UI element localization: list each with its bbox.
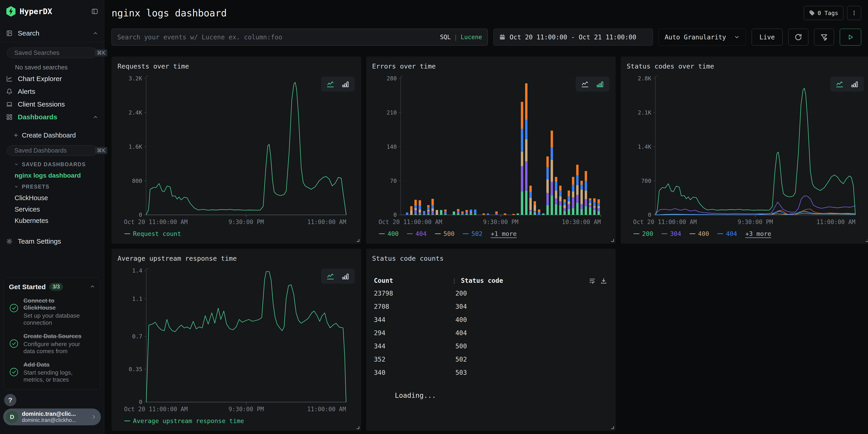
- bar-chart-toggle-icon[interactable]: [595, 80, 605, 88]
- cell-count: 23798: [374, 290, 456, 297]
- sidebar-item-client-sessions[interactable]: Client Sessions: [0, 98, 104, 111]
- svg-text:Oct 20 11:00:00 AM: Oct 20 11:00:00 AM: [633, 219, 697, 225]
- lucene-mode-button[interactable]: Lucene: [461, 34, 482, 40]
- panel-title: Requests over time: [118, 62, 356, 70]
- table-header: Count ⋮ Status code: [372, 277, 611, 284]
- cell-status-code: 503: [456, 369, 467, 376]
- legend-item[interactable]: 400: [379, 230, 399, 237]
- table-row: 352502: [372, 353, 611, 366]
- help-button[interactable]: ?: [4, 394, 17, 406]
- tag-icon: [809, 10, 815, 16]
- chart-legend: 400404500502+1 more: [372, 229, 611, 240]
- filter-button[interactable]: [814, 29, 834, 45]
- sidebar-item-clickhouse[interactable]: ClickHouse: [0, 192, 104, 204]
- user-menu[interactable]: D dominic.tran@clic... dominic.tran@clic…: [3, 408, 101, 425]
- panel-avg-upstream-response-time: Average upstream response time 1.41.10.7…: [112, 249, 361, 431]
- panel-title: Errors over time: [372, 62, 611, 70]
- get-started-step-sources[interactable]: Create Data Sources Configure where your…: [9, 333, 95, 355]
- get-started-progress-badge: 3/3: [50, 283, 63, 291]
- chart-type-toggle: [576, 76, 609, 92]
- saved-dashboards-search[interactable]: ⌘K: [7, 145, 97, 156]
- check-circle-icon: [9, 303, 19, 313]
- legend-item[interactable]: 404: [407, 230, 427, 237]
- svg-text:1.4: 1.4: [132, 267, 142, 274]
- legend-item[interactable]: 500: [435, 230, 455, 237]
- live-button[interactable]: Live: [752, 29, 783, 45]
- legend-item[interactable]: 400: [689, 230, 709, 237]
- bar-chart-toggle-icon[interactable]: [340, 80, 351, 88]
- sidebar-item-alerts[interactable]: Alerts: [0, 85, 104, 98]
- svg-text:3.2K: 3.2K: [129, 75, 142, 82]
- requests-over-time-chart[interactable]: 3.2K2.4K1.6K8000Oct 20 11:00:00 AM9:30:0…: [118, 71, 356, 229]
- saved-dashboards-section-header[interactable]: SAVED DASHBOARDS: [0, 159, 104, 170]
- legend-item[interactable]: 502: [463, 230, 483, 237]
- panel-errors-over-time: Errors over time 280210140700Oct 20 11:0…: [366, 57, 616, 244]
- tags-button[interactable]: 0 Tags: [804, 6, 843, 20]
- bar-chart-toggle-icon[interactable]: [849, 80, 860, 88]
- event-search-input[interactable]: [117, 33, 440, 41]
- panel-resize-handle[interactable]: [611, 426, 614, 429]
- sidebar-item-label: Alerts: [18, 88, 98, 95]
- collapse-sidebar-button[interactable]: [91, 8, 98, 15]
- play-icon: [847, 34, 854, 40]
- legend-item[interactable]: 200: [633, 230, 653, 237]
- panel-resize-handle[interactable]: [356, 426, 359, 429]
- presets-section-header[interactable]: PRESETS: [0, 181, 104, 192]
- panel-title: Status code counts: [372, 255, 611, 262]
- saved-searches-input[interactable]: [14, 50, 95, 57]
- sidebar-item-chart-explorer[interactable]: Chart Explorer: [0, 72, 104, 85]
- saved-dashboards-input[interactable]: [14, 147, 95, 154]
- time-range-picker[interactable]: Oct 20 11:00:00 - Oct 21 11:00:00: [493, 29, 653, 45]
- sidebar-item-services[interactable]: Services: [0, 204, 104, 215]
- sidebar-item-dashboards[interactable]: Dashboards: [0, 111, 104, 123]
- column-drag-handle[interactable]: ⋮: [451, 277, 457, 284]
- panel-resize-handle[interactable]: [866, 239, 868, 242]
- saved-searches-search[interactable]: ⌘K: [7, 48, 97, 58]
- sidebar-item-team-settings[interactable]: Team Settings: [0, 235, 104, 248]
- bar-chart-toggle-icon[interactable]: [340, 272, 351, 281]
- sidebar-item-label: Search: [18, 29, 93, 37]
- dashboards-icon: [6, 114, 12, 120]
- svg-text:280: 280: [386, 75, 397, 82]
- status-codes-over-time-chart[interactable]: 2.8K2.1K1.4K7000Oct 20 11:00:00 AM9:30:0…: [627, 71, 865, 229]
- line-chart-toggle-icon[interactable]: [580, 80, 590, 88]
- refresh-icon: [795, 33, 802, 41]
- create-dashboard-button[interactable]: Create Dashboard: [0, 129, 104, 141]
- legend-item[interactable]: Average upstream response time: [124, 417, 244, 425]
- sidebar-item-kubernetes[interactable]: Kubernetes: [0, 215, 104, 226]
- avg-upstream-response-time-chart[interactable]: 1.41.10.70.350Oct 20 11:00:00 AM9:30:00 …: [118, 263, 356, 416]
- line-chart-toggle-icon[interactable]: [325, 272, 336, 281]
- granularity-select[interactable]: Auto Granularity: [658, 29, 746, 45]
- chevron-down-icon: [14, 162, 19, 167]
- legend-more-link[interactable]: +1 more: [491, 230, 517, 237]
- line-chart-toggle-icon[interactable]: [834, 80, 845, 88]
- run-query-button[interactable]: [840, 29, 861, 45]
- line-chart-toggle-icon[interactable]: [325, 80, 336, 88]
- panel-resize-handle[interactable]: [611, 239, 614, 242]
- errors-over-time-chart[interactable]: 280210140700Oct 20 11:00:00 AM9:30:00 PM…: [372, 71, 611, 229]
- download-icon[interactable]: [600, 277, 607, 284]
- wrap-text-icon[interactable]: [589, 277, 596, 284]
- panel-resize-handle[interactable]: [356, 239, 359, 242]
- sidebar: HyperDX Search ⌘K No saved searches Char…: [0, 0, 104, 434]
- get-started-step-connect[interactable]: Connect to ClickHouse Set up your databa…: [9, 297, 95, 326]
- refresh-button[interactable]: [788, 29, 808, 45]
- table-row: 344400: [372, 313, 611, 326]
- legend-more-link[interactable]: +3 more: [745, 230, 771, 237]
- divider: [0, 42, 104, 42]
- legend-item[interactable]: 304: [661, 230, 681, 237]
- sidebar-item-search[interactable]: Search: [0, 27, 104, 40]
- legend-item[interactable]: 404: [717, 230, 737, 237]
- chart-type-toggle: [321, 269, 355, 284]
- cell-status-code: 400: [456, 316, 467, 323]
- more-options-button[interactable]: [847, 6, 861, 20]
- bell-icon: [6, 88, 12, 95]
- dashboard-grid: Requests over time 3.2K2.4K1.6K8000Oct 2…: [112, 57, 868, 432]
- legend-item[interactable]: Request count: [124, 230, 181, 237]
- sql-mode-button[interactable]: SQL: [440, 34, 451, 40]
- sidebar-item-nginx-logs-dashboard[interactable]: nginx logs dashboard: [0, 170, 104, 181]
- table-row: 340503: [372, 366, 611, 379]
- get-started-step-add-data[interactable]: Add Data Start sending logs, metrics, or…: [9, 361, 95, 383]
- gear-icon: [6, 238, 12, 245]
- chevron-up-icon: [93, 114, 98, 120]
